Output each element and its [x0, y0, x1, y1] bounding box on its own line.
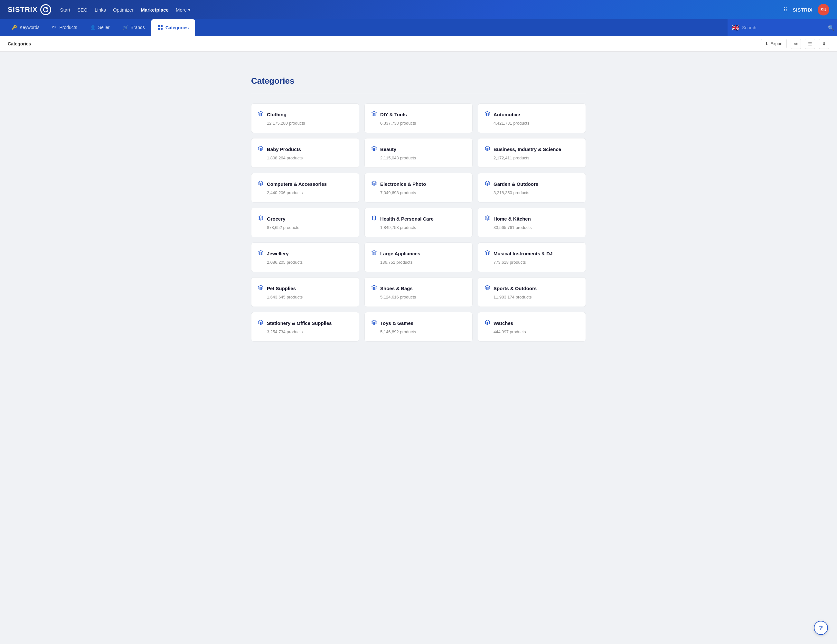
nav-start[interactable]: Start — [60, 7, 71, 13]
category-name: Electronics & Photo — [380, 181, 426, 187]
category-name: Pet Supplies — [267, 286, 296, 291]
tab-brands[interactable]: 🛒 Brands — [116, 19, 151, 36]
nav-more[interactable]: More ▾ — [176, 7, 190, 13]
user-avatar[interactable]: SU — [818, 4, 829, 15]
sub-navigation: 🔑 Keywords 🛍 Products 👤 Seller 🛒 Brands — [0, 19, 837, 36]
category-card-health-personal[interactable]: Health & Personal Care 1,849,758 product… — [364, 208, 473, 237]
category-card-garden-outdoors[interactable]: Garden & Outdoors 3,218,350 products — [478, 173, 586, 202]
category-count: 5,124,616 products — [371, 295, 466, 299]
nav-right: ⠿ SISTRIX SU — [783, 4, 829, 15]
category-count: 1,808,264 products — [258, 156, 353, 160]
category-name: Shoes & Bags — [380, 286, 413, 291]
svg-rect-2 — [158, 25, 160, 27]
category-card-musical-instruments[interactable]: Musical Instruments & DJ 773,618 product… — [478, 243, 586, 272]
share-icon: ≪ — [794, 41, 798, 46]
category-header: Stationery & Office Supplies — [258, 319, 353, 327]
category-layers-icon — [371, 215, 377, 222]
category-header: Home & Kitchen — [484, 215, 579, 222]
nav-left: SISTRIX Start SEO Links Optimizer Market… — [8, 4, 190, 15]
category-header: Health & Personal Care — [371, 215, 466, 222]
category-card-automotive[interactable]: Automotive 4,421,731 products — [478, 104, 586, 133]
export-icon: ⬇ — [765, 41, 768, 46]
category-count: 7,049,698 products — [371, 190, 466, 195]
category-card-baby-products[interactable]: Baby Products 1,808,264 products — [251, 138, 359, 168]
category-header: Beauty — [371, 146, 466, 153]
breadcrumb: Categories — [8, 41, 31, 46]
category-header: Grocery — [258, 215, 353, 222]
category-layers-icon — [484, 146, 490, 153]
tab-products[interactable]: 🛍 Products — [46, 19, 84, 36]
category-header: Electronics & Photo — [371, 180, 466, 188]
category-count: 4,421,731 products — [484, 121, 579, 126]
section-divider — [251, 94, 586, 94]
category-card-grocery[interactable]: Grocery 878,652 products — [251, 208, 359, 237]
search-button[interactable]: 🔍 — [828, 25, 834, 31]
category-layers-icon — [484, 250, 490, 257]
category-layers-icon — [371, 250, 377, 257]
category-card-business-industry[interactable]: Business, Industry & Science 2,172,411 p… — [478, 138, 586, 168]
search-input[interactable] — [742, 25, 826, 30]
category-count: 878,652 products — [258, 225, 353, 230]
share-button[interactable]: ≪ — [791, 39, 801, 49]
category-card-watches[interactable]: Watches 444,997 products — [478, 312, 586, 342]
help-button[interactable]: ? — [814, 621, 828, 635]
logo-icon — [40, 4, 51, 15]
category-card-shoes-bags[interactable]: Shoes & Bags 5,124,616 products — [364, 277, 473, 307]
category-count: 33,565,761 products — [484, 225, 579, 230]
category-name: Toys & Games — [380, 320, 414, 326]
category-card-jewellery[interactable]: Jewellery 2,086,205 products — [251, 243, 359, 272]
category-card-stationery[interactable]: Stationery & Office Supplies 3,254,734 p… — [251, 312, 359, 342]
main-content: Categories Clothing 12,175,280 products — [225, 63, 612, 355]
category-name: Garden & Outdoors — [494, 181, 538, 187]
category-count: 444,997 products — [484, 329, 579, 334]
category-name: Musical Instruments & DJ — [494, 251, 552, 256]
nav-marketplace[interactable]: Marketplace — [141, 7, 169, 13]
category-card-home-kitchen[interactable]: Home & Kitchen 33,565,761 products — [478, 208, 586, 237]
category-layers-icon — [484, 180, 490, 188]
category-layers-icon — [371, 319, 377, 327]
grid-icon[interactable]: ⠿ — [783, 6, 788, 13]
category-card-beauty[interactable]: Beauty 2,115,043 products — [364, 138, 473, 168]
logo[interactable]: SISTRIX — [8, 4, 51, 15]
category-header: Toys & Games — [371, 319, 466, 327]
chevron-down-icon: ▾ — [188, 7, 190, 13]
download-button[interactable]: ⬇ — [819, 39, 829, 49]
tab-categories[interactable]: Categories — [151, 19, 195, 36]
category-layers-icon — [258, 146, 264, 153]
category-count: 5,146,892 products — [371, 329, 466, 334]
category-name: Clothing — [267, 112, 287, 117]
nav-links-item[interactable]: Links — [95, 7, 106, 13]
svg-rect-4 — [158, 28, 160, 30]
category-card-pet-supplies[interactable]: Pet Supplies 1,643,645 products — [251, 277, 359, 307]
bookmark-button[interactable]: ☰ — [805, 39, 815, 49]
category-name: Business, Industry & Science — [494, 146, 561, 152]
svg-rect-3 — [161, 25, 162, 27]
category-card-sports-outdoors[interactable]: Sports & Outdoors 11,983,174 products — [478, 277, 586, 307]
category-layers-icon — [258, 285, 264, 292]
category-layers-icon — [258, 180, 264, 188]
categories-grid: Clothing 12,175,280 products DIY & Tools… — [251, 104, 586, 342]
category-count: 2,115,043 products — [371, 156, 466, 160]
category-card-computers[interactable]: Computers & Accessories 2,440,206 produc… — [251, 173, 359, 202]
category-card-toys-games[interactable]: Toys & Games 5,146,892 products — [364, 312, 473, 342]
category-count: 2,440,206 products — [258, 190, 353, 195]
category-name: Automotive — [494, 112, 520, 117]
category-card-clothing[interactable]: Clothing 12,175,280 products — [251, 104, 359, 133]
export-button[interactable]: ⬇ Export — [761, 39, 787, 48]
category-card-electronics[interactable]: Electronics & Photo 7,049,698 products — [364, 173, 473, 202]
category-name: Baby Products — [267, 146, 301, 152]
nav-seo[interactable]: SEO — [77, 7, 87, 13]
category-count: 1,849,758 products — [371, 225, 466, 230]
nav-optimizer[interactable]: Optimizer — [113, 7, 134, 13]
category-layers-icon — [371, 146, 377, 153]
top-navigation: SISTRIX Start SEO Links Optimizer Market… — [0, 0, 837, 19]
category-card-large-appliances[interactable]: Large Appliances 136,751 products — [364, 243, 473, 272]
categories-icon — [158, 25, 163, 31]
category-count: 3,218,350 products — [484, 190, 579, 195]
tab-keywords[interactable]: 🔑 Keywords — [5, 19, 46, 36]
flag-icon: 🇬🇧 — [731, 24, 739, 31]
category-card-diy-tools[interactable]: DIY & Tools 6,337,738 products — [364, 104, 473, 133]
tab-seller[interactable]: 👤 Seller — [84, 19, 116, 36]
nav-links: Start SEO Links Optimizer Marketplace Mo… — [60, 7, 191, 13]
category-layers-icon — [484, 215, 490, 222]
